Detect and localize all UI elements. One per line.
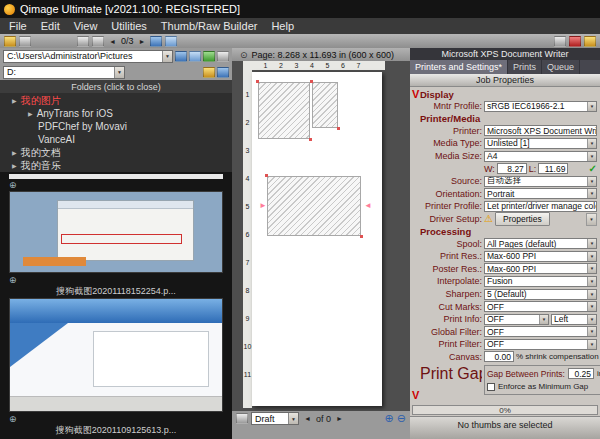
tab-queue[interactable]: Queue xyxy=(542,60,580,74)
printer-profile-select[interactable]: Let printer/driver manage color ▼ xyxy=(484,201,597,212)
media-length-field[interactable]: 11.69 xyxy=(538,163,568,174)
menu-help[interactable]: Help xyxy=(264,19,301,33)
thumb-info-icon[interactable]: ⊕ xyxy=(9,414,17,424)
thumbnail-image-1[interactable] xyxy=(9,191,223,273)
print-info-select[interactable]: OFF ▼ xyxy=(484,314,549,325)
folder-path-combo[interactable]: C:\Users\Administrator\Pictures ▼ xyxy=(3,50,173,63)
media-size-select[interactable]: A4 ▼ xyxy=(484,151,597,162)
menu-utilities[interactable]: Utilities xyxy=(104,19,153,33)
interpolate-select[interactable]: Fusion ▼ xyxy=(484,276,597,287)
prev-page-button[interactable]: ◄ xyxy=(302,415,313,422)
enforce-min-gap-checkbox[interactable] xyxy=(487,383,495,391)
printer-select[interactable]: Microsoft XPS Document Writer ▼ xyxy=(484,125,597,136)
menu-thumb-raw-builder[interactable]: Thumb/Raw Builder xyxy=(154,19,265,33)
chevron-down-icon[interactable]: ▼ xyxy=(587,315,596,324)
thumb-info-icon[interactable]: ⊕ xyxy=(9,275,17,285)
thumb-grid-large-icon[interactable] xyxy=(165,36,177,47)
add-folder-icon[interactable] xyxy=(203,51,215,62)
chevron-down-icon[interactable]: ▼ xyxy=(587,139,596,148)
chevron-down-icon[interactable]: ▼ xyxy=(587,264,596,273)
chevron-down-icon[interactable]: ▼ xyxy=(587,152,596,161)
gap-value-field[interactable]: 0.25 xyxy=(568,368,594,379)
spool-select[interactable]: All Pages (default) ▼ xyxy=(484,238,597,249)
chevron-down-icon[interactable]: ▼ xyxy=(539,315,548,324)
tab-printers-and-settings[interactable]: Printers and Settings* xyxy=(410,60,508,74)
horizontal-ruler: 1 2 3 4 5 6 7 xyxy=(243,61,385,70)
mntr-profile-select[interactable]: sRGB IEC61966-2.1 ▼ xyxy=(484,101,597,112)
source-select[interactable]: 自动选择 ▼ xyxy=(484,176,597,187)
chevron-down-icon[interactable]: ▼ xyxy=(288,413,298,424)
print-filter-select[interactable]: OFF ▼ xyxy=(484,339,597,350)
expand-arrow-icon[interactable]: ▶ xyxy=(28,110,33,117)
drive-combo[interactable]: D: ▼ xyxy=(3,66,125,79)
chevron-down-icon[interactable]: ▼ xyxy=(587,177,596,186)
chevron-down-icon[interactable]: ▼ xyxy=(162,51,172,62)
thumb-info-icon[interactable]: ⊕ xyxy=(9,180,17,190)
cut-marks-select[interactable]: OFF ▼ xyxy=(484,301,597,312)
orientation-select[interactable]: Portrait ▼ xyxy=(484,188,597,199)
browse-folder-icon[interactable] xyxy=(189,51,201,62)
expand-arrow-icon[interactable]: ▶ xyxy=(12,162,17,169)
zoom-in-icon[interactable]: ⊕ xyxy=(385,413,394,424)
folder-up-icon[interactable] xyxy=(175,51,187,62)
help-lamp-icon[interactable] xyxy=(584,36,596,47)
zoom-out-icon[interactable]: ⊖ xyxy=(397,413,406,424)
print-placement-2[interactable] xyxy=(312,82,338,128)
thumbnail-image-2[interactable] xyxy=(9,298,223,412)
print-placement-3[interactable] xyxy=(267,176,361,236)
tree-item-vanceai[interactable]: VanceAI xyxy=(0,133,232,146)
redo-icon[interactable] xyxy=(92,36,104,47)
menu-file[interactable]: File xyxy=(2,19,34,33)
sharpen-select[interactable]: 5 (Default) ▼ xyxy=(484,289,597,300)
chevron-down-icon[interactable]: ▼ xyxy=(587,239,596,248)
canvas-field[interactable]: 0.00 xyxy=(484,351,514,362)
tree-item-music[interactable]: ▶ 我的音乐 xyxy=(0,159,232,172)
print-info-position-select[interactable]: Left ▼ xyxy=(551,314,597,325)
canvas-row: Canvas: 0.00 % shrink compensation xyxy=(420,351,597,364)
folders-header[interactable]: Folders (click to close) xyxy=(0,80,232,93)
expand-arrow-icon[interactable]: ▶ xyxy=(12,149,17,156)
tree-item-pdfchef[interactable]: PDFChef by Movavi xyxy=(0,120,232,133)
expand-arrow-icon[interactable]: ▶ xyxy=(12,97,17,104)
filter-icon[interactable] xyxy=(217,67,229,78)
layout-icon[interactable] xyxy=(554,36,566,47)
chevron-down-icon[interactable]: ▼ xyxy=(114,67,124,78)
chevron-down-icon[interactable]: ▼ xyxy=(586,213,597,226)
tree-item-documents[interactable]: ▶ 我的文档 xyxy=(0,146,232,159)
quality-icon[interactable] xyxy=(236,413,248,424)
clear-queue-icon[interactable] xyxy=(569,36,581,47)
next-item-button[interactable]: ► xyxy=(136,38,147,45)
print-res-select[interactable]: Max-600 PPI ▼ xyxy=(484,251,597,262)
prev-item-button[interactable]: ◄ xyxy=(107,38,118,45)
quality-combo[interactable]: Draft ▼ xyxy=(251,412,299,425)
page-circle-icon: ⊙ xyxy=(240,50,248,60)
media-width-field[interactable]: 8.27 xyxy=(497,163,527,174)
tree-item-anytrans[interactable]: ▶ AnyTrans for iOS xyxy=(0,107,232,120)
folder-options-icon[interactable] xyxy=(217,51,229,62)
page-preview-area[interactable]: 1 2 3 4 5 6 7 1 2 3 4 5 6 7 8 9 10 11 xyxy=(232,61,410,411)
chevron-down-icon[interactable]: ▼ xyxy=(587,252,596,261)
tree-item-pictures[interactable]: ▶ 我的图片 xyxy=(0,94,232,107)
next-page-button[interactable]: ► xyxy=(334,415,345,422)
chevron-down-icon[interactable]: ▼ xyxy=(587,277,596,286)
chevron-down-icon[interactable]: ▼ xyxy=(587,302,596,311)
chevron-down-icon[interactable]: ▼ xyxy=(587,340,596,349)
undo-icon[interactable] xyxy=(77,36,89,47)
print-placement-1[interactable] xyxy=(258,82,310,139)
chevron-down-icon[interactable]: ▼ xyxy=(587,327,596,336)
page-canvas[interactable]: ► ◄ xyxy=(252,72,382,406)
menu-edit[interactable]: Edit xyxy=(34,19,67,33)
thumb-grid-small-icon[interactable] xyxy=(150,36,162,47)
tab-prints[interactable]: Prints xyxy=(508,60,542,74)
media-type-select[interactable]: Unlisted [1] ▼ xyxy=(484,138,597,149)
chevron-down-icon[interactable]: ▼ xyxy=(587,189,596,198)
chevron-down-icon[interactable]: ▼ xyxy=(587,102,596,111)
chevron-down-icon[interactable]: ▼ xyxy=(587,290,596,299)
global-filter-select[interactable]: OFF ▼ xyxy=(484,326,597,337)
menu-view[interactable]: View xyxy=(67,19,105,33)
page-setup-icon[interactable] xyxy=(19,36,31,47)
poster-res-select[interactable]: Max-600 PPI ▼ xyxy=(484,263,597,274)
open-folder-icon[interactable] xyxy=(203,67,215,78)
print-icon[interactable] xyxy=(4,36,16,47)
properties-button[interactable]: Properties xyxy=(495,212,550,226)
